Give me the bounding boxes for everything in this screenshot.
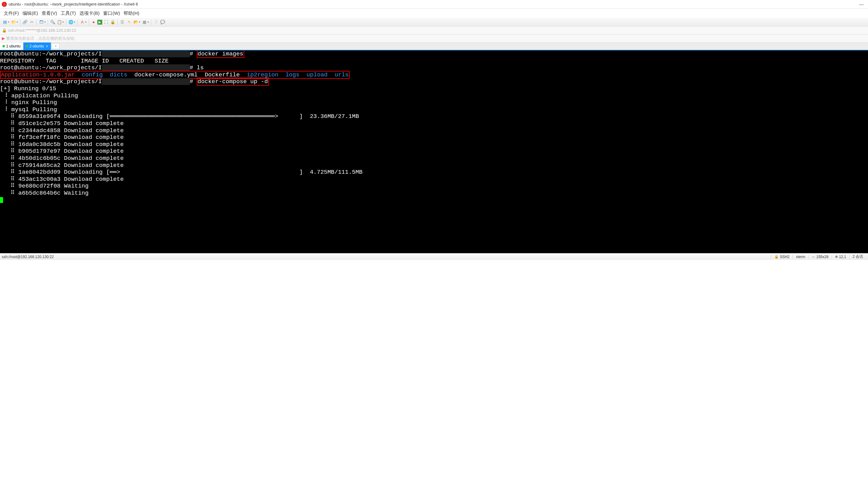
properties-icon[interactable]: 🗔	[38, 19, 44, 25]
terminal-cursor	[0, 197, 3, 203]
font-icon[interactable]: A	[79, 19, 85, 25]
separator	[117, 19, 118, 25]
menu-view[interactable]: 查看(V)	[40, 10, 59, 17]
green-square-icon[interactable]: ▶	[97, 20, 102, 25]
add-tab-button[interactable]: +	[52, 43, 60, 49]
separator	[20, 19, 20, 25]
terminal-line: ⠿ 8559a31e96f4 Downloading [════════════…	[0, 113, 359, 120]
menu-tools[interactable]: 工具(T)	[59, 10, 78, 17]
status-position: ⊕12,1	[831, 255, 849, 259]
terminal-line: root@ubuntu:~/work_projects/Intelligent-…	[0, 50, 244, 58]
lock-icon[interactable]: 🔒	[110, 19, 116, 25]
address-text[interactable]: ssh://root:*******@192.168.120.130:22	[8, 28, 76, 33]
terminal-line: ⠸ nginx Pulling	[0, 99, 57, 106]
folder2-icon[interactable]: 📂	[133, 19, 139, 25]
window-controls: —	[859, 1, 866, 7]
red-dot-icon[interactable]: ●	[91, 19, 97, 25]
highlight-docker-compose-up: docker-compose up -d	[197, 77, 269, 86]
status-size: ↔155x28	[808, 255, 831, 259]
highlight-docker-images: docker images	[197, 50, 244, 58]
ssl-lock-icon: 🔒	[2, 28, 7, 33]
terminal-line: [+] Running 0/15	[0, 85, 56, 92]
menu-help[interactable]: 帮助(H)	[122, 10, 141, 17]
terminal-line: ⠿ c2344adc4858 Download complete	[0, 127, 124, 134]
terminal-line: ⠿ 4b50d1c6b05c Download complete	[0, 155, 124, 162]
lock-icon: 🔒	[774, 255, 779, 259]
flag-icon: ▶	[2, 36, 5, 41]
terminal-line: ⠸ application Pulling	[0, 92, 78, 99]
new-session-icon[interactable]: ▤	[2, 19, 8, 25]
search-icon[interactable]: 🔍	[50, 19, 56, 25]
terminal-line: ⠿ fcf3ceff18fc Download complete	[0, 134, 124, 141]
tab-label: 2 ubuntu	[30, 44, 44, 48]
minimize-button[interactable]: —	[859, 1, 864, 7]
separator	[151, 19, 151, 25]
tab-1-ubuntu[interactable]: 1 ubuntu	[0, 42, 23, 50]
close-tab-icon[interactable]: ✕	[45, 44, 48, 48]
terminal-line: root@ubuntu:~/work_projects/Intelligent-…	[0, 77, 269, 86]
terminal-line: ⠿ 16da0c38dc5b Download complete	[0, 141, 124, 148]
fullscreen-icon[interactable]: ⛶	[103, 19, 109, 25]
addressbar: 🔒 ssh://root:*******@192.168.120.130:22	[0, 27, 868, 34]
separator	[77, 19, 78, 25]
status-dot-icon	[26, 45, 28, 48]
size-icon: ↔	[812, 255, 815, 259]
menu-file[interactable]: 文件(F)	[2, 10, 21, 17]
terminal-line: ⠸ mysql Pulling	[0, 106, 57, 113]
menubar: 文件(F) 编辑(E) 查看(V) 工具(T) 选项卡(B) 窗口(W) 帮助(…	[0, 9, 868, 18]
separator	[66, 19, 66, 25]
pos-icon: ⊕	[835, 255, 838, 259]
terminal-line: ⠿ 453ac13c00a3 Download complete	[0, 176, 124, 182]
reconnect-icon[interactable]: 🔗	[22, 19, 28, 25]
grid-icon[interactable]: ▦	[141, 19, 147, 25]
terminal-line: Application-1.0.0.jar config dicts docke…	[0, 71, 350, 79]
status-protocol: 🔒SSH2	[771, 255, 793, 259]
copy-icon[interactable]: 📋	[56, 19, 63, 25]
highlight-ls-output: Application-1.0.0.jar config dicts docke…	[0, 71, 350, 79]
terminal[interactable]: root@ubuntu:~/work_projects/Intelligent-…	[0, 50, 868, 253]
terminal-line: ⠿ d51ce1c2e575 Download complete	[0, 120, 124, 127]
open-folder-icon[interactable]: 📁	[10, 19, 17, 25]
globe-icon[interactable]: 🌐	[68, 19, 74, 25]
tab-label: 1 ubuntu	[6, 44, 21, 48]
menu-window[interactable]: 窗口(W)	[101, 10, 122, 17]
menu-tabs[interactable]: 选项卡(B)	[78, 10, 101, 17]
chat-icon[interactable]: 💬	[159, 19, 166, 25]
status-connection: ssh://root@192.168.120.130:22	[2, 255, 771, 259]
tabbar: 1 ubuntu 2 ubuntu ✕ +	[0, 42, 868, 50]
titlebar: ubuntu - root@ubuntu: ~/work_projects/In…	[0, 0, 868, 9]
statusbar: ssh://root@192.168.120.130:22 🔒SSH2 xter…	[0, 253, 868, 260]
terminal-line: ⠿ 9e680cd72f08 Waiting	[0, 182, 89, 189]
status-sessions: 2 会话	[849, 254, 866, 259]
terminal-line: ⠿ b905d1797e97 Download complete	[0, 148, 124, 155]
status-term: xterm	[793, 255, 808, 259]
terminal-line: ⠿ 1ae8042bdd09 Downloading [══> ] 4.725M…	[0, 169, 363, 176]
menu-edit[interactable]: 编辑(E)	[21, 10, 40, 17]
help-icon[interactable]: ❔	[153, 19, 159, 25]
tab-2-ubuntu[interactable]: 2 ubuntu ✕	[23, 42, 51, 50]
terminal-line: root@ubuntu:~/work_projects/Intelligent-…	[0, 64, 204, 71]
terminal-line: ⠿ a6b5dc864b6c Waiting	[0, 190, 89, 197]
separator	[48, 19, 48, 25]
app-icon	[2, 2, 7, 7]
hint-text: 要添加当前会话，点击左侧的箭头按钮。	[6, 36, 78, 41]
terminal-line: REPOSITORY TAG IMAGE ID CREATED SIZE	[0, 57, 168, 64]
hintbar: ▶ 要添加当前会话，点击左侧的箭头按钮。	[0, 34, 868, 42]
window-title: ubuntu - root@ubuntu: ~/work_projects/In…	[9, 2, 138, 7]
toolbar: ▤▾ 📁▾ 🔗 ✂ 🗔▾ 🔍 📋▾ 🌐▾ A▾ ● ▶ ⛶ 🔒 ☰ ✎ 📂▾ ▦…	[0, 18, 868, 27]
terminal-line: ⠿ c75914a65ca2 Download complete	[0, 162, 124, 169]
disconnect-icon[interactable]: ✂	[29, 19, 35, 25]
list-icon[interactable]: ☰	[119, 19, 125, 25]
status-dot-icon	[2, 45, 5, 48]
highlight-icon[interactable]: ✎	[126, 19, 132, 25]
